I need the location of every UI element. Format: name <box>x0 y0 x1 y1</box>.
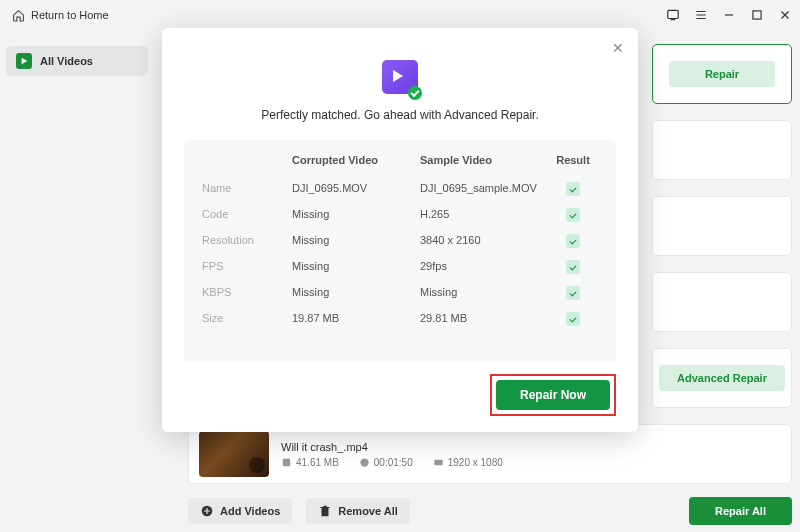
minimize-icon[interactable] <box>722 8 736 22</box>
svg-rect-1 <box>753 11 761 19</box>
row-result <box>548 208 598 222</box>
video-resolution: 1920 x 1080 <box>433 457 503 468</box>
repair-all-button[interactable]: Repair All <box>689 497 792 525</box>
video-title: Will it crash_.mp4 <box>281 441 503 453</box>
row-result <box>548 312 598 326</box>
video-card-selected: Repair <box>652 44 792 104</box>
row-result <box>548 286 598 300</box>
table-row: ResolutionMissing3840 x 2160 <box>202 228 598 254</box>
video-thumbnail <box>199 431 269 477</box>
col-corrupted: Corrupted Video <box>292 154 420 166</box>
svg-rect-2 <box>283 458 290 465</box>
close-icon[interactable]: ✕ <box>612 40 624 56</box>
row-sample: 29.81 MB <box>420 312 548 326</box>
video-card[interactable] <box>652 120 792 180</box>
return-home-button[interactable]: Return to Home <box>12 9 109 22</box>
table-row: KBPSMissingMissing <box>202 280 598 306</box>
sidebar: All Videos <box>6 46 148 76</box>
check-icon <box>566 286 580 300</box>
table-row: FPSMissing29fps <box>202 254 598 280</box>
row-corrupted: Missing <box>292 260 420 274</box>
repair-now-button[interactable]: Repair Now <box>496 380 610 410</box>
row-corrupted: Missing <box>292 208 420 222</box>
row-label: Code <box>202 208 292 222</box>
row-corrupted: 19.87 MB <box>292 312 420 326</box>
check-icon <box>566 312 580 326</box>
svg-rect-0 <box>668 10 679 18</box>
row-label: Name <box>202 182 292 196</box>
video-card: Advanced Repair <box>652 348 792 408</box>
svg-point-3 <box>360 458 368 466</box>
table-row: NameDJI_0695.MOVDJI_0695_sample.MOV <box>202 176 598 202</box>
window-controls <box>666 8 792 22</box>
table-row: Size19.87 MB29.81 MB <box>202 306 598 332</box>
row-label: KBPS <box>202 286 292 300</box>
plus-circle-icon <box>200 504 214 518</box>
col-result: Result <box>548 154 598 166</box>
col-sample: Sample Video <box>420 154 548 166</box>
remove-all-button[interactable]: Remove All <box>306 498 410 524</box>
row-result <box>548 182 598 196</box>
video-icon <box>16 53 32 69</box>
add-videos-button[interactable]: Add Videos <box>188 498 292 524</box>
menu-icon[interactable] <box>694 8 708 22</box>
close-window-icon[interactable] <box>778 8 792 22</box>
row-sample: 29fps <box>420 260 548 274</box>
video-card[interactable] <box>652 272 792 332</box>
modal-message: Perfectly matched. Go ahead with Advance… <box>184 108 616 122</box>
row-corrupted: DJI_0695.MOV <box>292 182 420 196</box>
row-sample: Missing <box>420 286 548 300</box>
svg-rect-4 <box>434 459 442 465</box>
check-icon <box>566 234 580 248</box>
return-home-label: Return to Home <box>31 9 109 21</box>
titlebar: Return to Home <box>0 0 800 30</box>
video-duration: 00:01:50 <box>359 457 413 468</box>
row-label: FPS <box>202 260 292 274</box>
row-sample: 3840 x 2160 <box>420 234 548 248</box>
video-row[interactable]: Will it crash_.mp4 41.61 MB 00:01:50 192… <box>188 424 792 484</box>
maximize-icon[interactable] <box>750 8 764 22</box>
trash-icon <box>318 504 332 518</box>
sidebar-item-all-videos[interactable]: All Videos <box>6 46 148 76</box>
row-result <box>548 234 598 248</box>
modal-hero-icon <box>184 58 616 98</box>
row-sample: DJI_0695_sample.MOV <box>420 182 548 196</box>
check-icon <box>566 260 580 274</box>
advanced-repair-modal: ✕ Perfectly matched. Go ahead with Advan… <box>162 28 638 432</box>
footer: Add Videos Remove All Repair All <box>188 496 792 526</box>
row-sample: H.265 <box>420 208 548 222</box>
sidebar-item-label: All Videos <box>40 55 93 67</box>
repair-button[interactable]: Repair <box>669 61 775 87</box>
repair-now-highlight: Repair Now <box>490 374 616 416</box>
home-icon <box>12 9 25 22</box>
row-label: Resolution <box>202 234 292 248</box>
feedback-icon[interactable] <box>666 8 680 22</box>
row-result <box>548 260 598 274</box>
video-size: 41.61 MB <box>281 457 339 468</box>
check-icon <box>566 182 580 196</box>
advanced-repair-button[interactable]: Advanced Repair <box>659 365 785 391</box>
row-label: Size <box>202 312 292 326</box>
row-corrupted: Missing <box>292 234 420 248</box>
video-info: Will it crash_.mp4 41.61 MB 00:01:50 192… <box>281 441 503 468</box>
row-corrupted: Missing <box>292 286 420 300</box>
video-card[interactable] <box>652 196 792 256</box>
table-row: CodeMissingH.265 <box>202 202 598 228</box>
check-icon <box>566 208 580 222</box>
comparison-table: Corrupted Video Sample Video Result Name… <box>184 140 616 362</box>
